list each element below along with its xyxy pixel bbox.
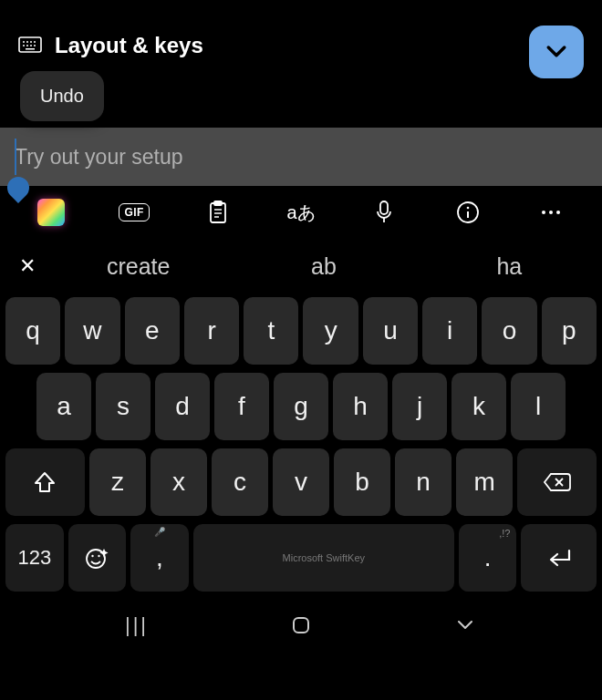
key-emoji[interactable] — [68, 524, 127, 592]
nav-recents[interactable]: ||| — [119, 607, 155, 643]
key-k[interactable]: k — [452, 373, 506, 440]
svg-point-26 — [92, 555, 94, 557]
svg-point-22 — [556, 211, 560, 214]
svg-point-20 — [542, 211, 545, 214]
svg-point-1 — [23, 41, 25, 43]
nav-back[interactable] — [447, 607, 483, 643]
key-f[interactable]: f — [214, 373, 269, 440]
keyboard-icon — [18, 36, 42, 55]
text-cursor — [15, 139, 16, 175]
key-shift[interactable] — [5, 448, 85, 516]
svg-rect-0 — [19, 37, 41, 52]
svg-point-4 — [34, 41, 36, 43]
svg-point-18 — [467, 207, 470, 210]
key-q[interactable]: q — [5, 297, 60, 365]
svg-rect-28 — [294, 618, 308, 633]
svg-point-3 — [30, 41, 32, 43]
key-j[interactable]: j — [392, 373, 447, 440]
backspace-icon — [543, 471, 572, 493]
svg-point-6 — [26, 45, 28, 46]
svg-rect-9 — [26, 48, 35, 50]
suggestion-bar: ✕ create ab ha — [0, 239, 602, 293]
key-a[interactable]: a — [36, 373, 91, 440]
key-z[interactable]: z — [89, 448, 146, 516]
gif-button[interactable]: GIF — [92, 186, 175, 239]
key-l[interactable]: l — [511, 373, 566, 440]
svg-point-7 — [30, 45, 32, 46]
key-y[interactable]: y — [303, 297, 358, 365]
key-b[interactable]: b — [334, 448, 390, 516]
key-comma[interactable]: , 🎤 — [130, 524, 189, 592]
key-r[interactable]: r — [184, 297, 239, 365]
key-row-3: z x c v b n m — [4, 448, 598, 516]
comma-mini-icon: 🎤 — [154, 527, 165, 537]
translate-button[interactable]: aあ — [259, 186, 342, 239]
info-button[interactable] — [426, 186, 509, 239]
translate-icon: aあ — [286, 201, 315, 225]
key-h[interactable]: h — [333, 373, 388, 440]
key-period[interactable]: . ,!? — [459, 524, 517, 592]
recents-icon: ||| — [125, 613, 149, 637]
svg-point-5 — [23, 45, 25, 46]
clipboard-icon — [208, 201, 228, 224]
close-suggestions-button[interactable]: ✕ — [9, 254, 46, 278]
key-backspace[interactable] — [517, 448, 597, 516]
key-g[interactable]: g — [274, 373, 328, 440]
svg-point-27 — [99, 555, 100, 557]
suggestion-3[interactable]: ha — [417, 253, 602, 280]
key-v[interactable]: v — [273, 448, 329, 516]
copilot-icon — [37, 199, 65, 226]
try-setup-input[interactable] — [0, 128, 602, 186]
info-icon — [456, 201, 480, 224]
key-numeric[interactable]: 123 — [5, 524, 64, 592]
android-navbar: ||| — [0, 602, 602, 649]
suggestion-1[interactable]: create — [46, 253, 231, 280]
keyboard: q w e r t y u i o p a s d f g h j k l z — [0, 293, 602, 602]
key-t[interactable]: t — [244, 297, 298, 365]
key-w[interactable]: w — [65, 297, 119, 365]
key-row-4: 123 , 🎤 Microsoft SwiftKey . ,!? — [4, 524, 598, 592]
more-button[interactable] — [510, 186, 593, 239]
svg-point-2 — [26, 41, 28, 43]
key-u[interactable]: u — [363, 297, 418, 365]
key-x[interactable]: x — [150, 448, 207, 516]
suggestion-2[interactable]: ab — [231, 253, 416, 280]
chevron-down-icon — [454, 614, 476, 636]
key-o[interactable]: o — [482, 297, 536, 365]
comma-label: , — [156, 543, 163, 572]
microphone-icon — [375, 201, 393, 224]
keyboard-toolbar: GIF aあ — [0, 186, 602, 239]
collapse-button[interactable] — [529, 26, 584, 78]
key-row-2: a s d f g h j k l — [4, 373, 598, 440]
chevron-down-icon — [543, 38, 570, 66]
key-n[interactable]: n — [395, 448, 452, 516]
more-horizontal-icon — [540, 210, 562, 215]
svg-rect-15 — [380, 201, 388, 214]
key-i[interactable]: i — [422, 297, 477, 365]
key-p[interactable]: p — [542, 297, 597, 365]
key-c[interactable]: c — [212, 448, 268, 516]
key-s[interactable]: s — [96, 373, 150, 440]
test-field-container — [0, 128, 602, 186]
key-e[interactable]: e — [125, 297, 180, 365]
period-label: . — [484, 543, 492, 572]
svg-point-8 — [34, 45, 36, 46]
clipboard-button[interactable] — [176, 186, 259, 239]
page-title: Layout & keys — [55, 33, 203, 58]
period-mini-label: ,!? — [499, 528, 510, 539]
enter-icon — [545, 547, 573, 569]
gif-icon: GIF — [119, 203, 150, 221]
undo-context-menu[interactable]: Undo — [20, 71, 104, 121]
home-icon — [290, 614, 312, 636]
svg-point-21 — [549, 211, 553, 214]
key-m[interactable]: m — [456, 448, 513, 516]
key-row-1: q w e r t y u i o p — [4, 297, 598, 365]
voice-button[interactable] — [343, 186, 426, 239]
shift-icon — [32, 469, 57, 495]
key-d[interactable]: d — [155, 373, 210, 440]
key-enter[interactable] — [521, 524, 597, 592]
nav-home[interactable] — [283, 607, 319, 643]
key-space[interactable]: Microsoft SwiftKey — [193, 524, 454, 592]
emoji-icon — [84, 545, 109, 571]
